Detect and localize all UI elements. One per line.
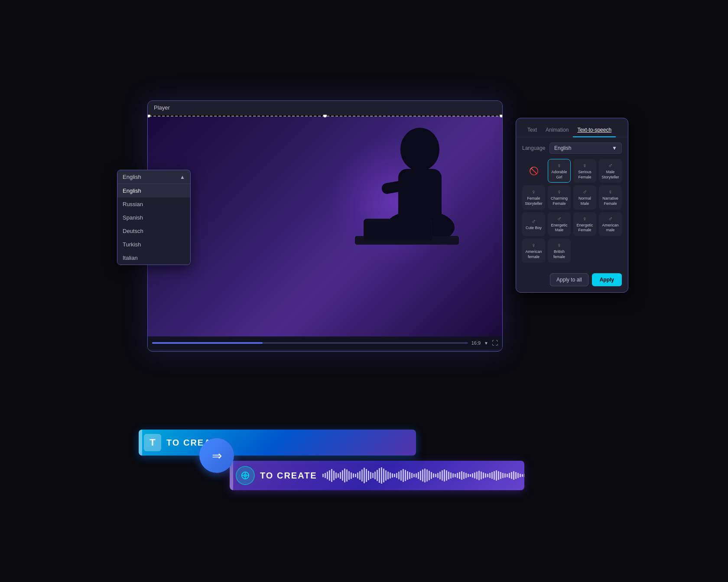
tab-tts[interactable]: Text-to-speech	[573, 123, 616, 137]
voice-label-american-female: American female	[524, 249, 543, 259]
lang-item-deutsch[interactable]: Deutsch	[117, 224, 190, 238]
text-overlay[interactable]: TO CREATE	[148, 115, 502, 116]
waveform-bar	[481, 472, 482, 479]
waveform-bar	[502, 473, 504, 478]
waveform-bar	[383, 469, 384, 482]
waveform-bar	[370, 472, 371, 479]
waveform-bar	[361, 469, 363, 482]
language-dropdown[interactable]: English ▲ English Russian Spanish Deutsc…	[117, 170, 191, 265]
lang-item-spanish[interactable]: Spanish	[117, 211, 190, 224]
player-title: Player	[154, 104, 170, 111]
voice-cell-energetic-female[interactable]: ♀ Energetic Female	[573, 212, 596, 236]
voice-cell-mute[interactable]: 🚫	[522, 159, 545, 183]
svg-point-7	[244, 474, 247, 477]
waveform-bar	[396, 473, 397, 478]
player-timeline: 16:9 ▼ ⛶	[148, 336, 502, 349]
waveform-bar	[355, 474, 356, 477]
waveform-bar	[442, 470, 443, 481]
tab-text[interactable]: Text	[523, 123, 541, 137]
fullscreen-icon[interactable]: ⛶	[492, 340, 498, 346]
lang-item-italian[interactable]: Italian	[117, 251, 190, 265]
waveform-bar	[452, 473, 454, 478]
waveform	[322, 467, 524, 484]
voice-cell-serious-female[interactable]: ♀ Serious Female	[573, 159, 596, 183]
timeline-bar[interactable]	[152, 342, 468, 344]
waveform-bar	[335, 472, 337, 479]
voice-label-serious-female: Serious Female	[575, 170, 594, 180]
audio-track-label: TO CREATE	[260, 471, 317, 481]
waveform-bar	[455, 474, 456, 477]
waveform-bar	[426, 469, 428, 482]
voice-cell-american-male[interactable]: ♂ American male	[599, 212, 622, 236]
waveform-bar	[387, 472, 389, 479]
convert-button[interactable]: ⇒	[199, 438, 234, 473]
voice-cell-energetic-male[interactable]: ♂ Energetic Male	[548, 212, 571, 236]
voice-label-energetic-male: Energetic Male	[550, 223, 569, 233]
waveform-bar	[439, 472, 441, 479]
waveform-bar	[385, 470, 387, 481]
waveform-bar	[491, 472, 493, 479]
waveform-bar	[368, 471, 369, 480]
voice-cell-adorable-girl[interactable]: ♀ Adorable Girl	[548, 159, 571, 183]
waveform-bar	[444, 469, 445, 482]
voice-cell-american-female[interactable]: ♀ American female	[522, 239, 545, 262]
waveform-bar	[338, 473, 339, 478]
voice-label-american-male: American male	[601, 223, 620, 233]
handle-bm[interactable]	[323, 115, 327, 117]
tts-language-label: Language	[522, 145, 546, 151]
tab-animation[interactable]: Animation	[541, 123, 573, 137]
waveform-bar	[468, 474, 469, 477]
waveform-bar	[416, 473, 417, 478]
waveform-bar	[331, 469, 332, 482]
voice-cell-charming-female[interactable]: ♀ Charming Female	[548, 185, 571, 209]
convert-icon: ⇒	[212, 449, 222, 463]
apply-all-button[interactable]: Apply to all	[550, 273, 588, 286]
player-video-area: TO CREATE	[148, 115, 502, 336]
waveform-bar	[435, 474, 436, 477]
waveform-bar	[511, 472, 512, 479]
aspect-ratio[interactable]: 16:9	[471, 340, 481, 346]
waveform-bar	[431, 472, 432, 479]
waveform-bar	[437, 473, 439, 478]
waveform-bar	[353, 473, 354, 478]
waveform-bar	[507, 474, 508, 477]
waveform-bar	[478, 471, 480, 480]
voice-cell-normal-male[interactable]: ♂ Normal Male	[573, 185, 596, 209]
apply-button[interactable]: Apply	[592, 273, 622, 286]
lang-item-turkish[interactable]: Turkish	[117, 238, 190, 251]
waveform-bar	[346, 469, 348, 482]
waveform-bar	[424, 469, 426, 482]
voice-cell-british-female[interactable]: ♀ British female	[548, 239, 571, 262]
waveform-bar	[403, 469, 404, 482]
voice-cell-cute-boy[interactable]: ♂ Cute Boy	[522, 212, 545, 236]
waveform-bar	[374, 472, 376, 479]
tts-language-select[interactable]: English ▼	[549, 142, 622, 154]
voice-cell-narrative-female[interactable]: ♀ Narrative Female	[599, 185, 622, 209]
waveform-bar	[364, 468, 365, 483]
lang-header[interactable]: English ▲	[117, 170, 190, 184]
waveform-bar	[359, 471, 361, 480]
handle-bl[interactable]	[148, 115, 150, 117]
voice-label-energetic-female: Energetic Female	[575, 223, 594, 233]
text-track-left-handle[interactable]	[139, 430, 142, 456]
voice-label-british-female: British female	[550, 249, 569, 259]
waveform-bar	[344, 469, 345, 482]
waveform-bar	[372, 473, 374, 478]
handle-br[interactable]	[500, 115, 502, 117]
voice-cell-male-storyteller[interactable]: ♂ Male Storyteller	[599, 159, 622, 183]
waveform-bar	[325, 473, 326, 478]
lang-item-russian[interactable]: Russian	[117, 197, 190, 211]
waveform-bar	[379, 468, 380, 483]
waveform-bar	[348, 471, 350, 480]
audio-track-icon	[236, 466, 255, 485]
waveform-bar	[520, 474, 521, 477]
waveform-bar	[500, 472, 501, 479]
text-track-bar: T TO CREATE	[139, 430, 416, 456]
waveform-bar	[418, 472, 419, 479]
waveform-bar	[398, 472, 400, 479]
voice-cell-female-storyteller[interactable]: ♀ Female Storyteller	[522, 185, 545, 209]
waveform-bar	[422, 469, 423, 482]
audio-track-bar: TO CREATE	[230, 461, 524, 490]
lang-item-english[interactable]: English	[117, 184, 190, 197]
waveform-bar	[377, 470, 378, 481]
